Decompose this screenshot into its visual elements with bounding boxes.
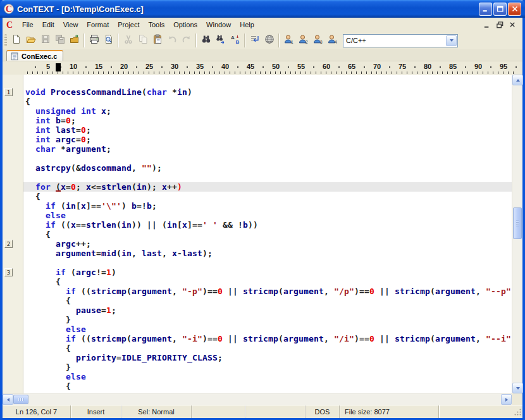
status-cursor-position: Ln 126, Col 7 [3, 405, 71, 418]
world-button[interactable] [262, 34, 276, 48]
cut-button [121, 34, 135, 48]
status-panel-extra-2 [245, 405, 306, 418]
editor-area: 123 void ProcessCommandLine(char *in){ u… [3, 75, 522, 393]
cut-icon [123, 34, 133, 47]
undo-icon [167, 34, 177, 47]
ruler-number: 80 [424, 63, 431, 70]
ruler-tick [88, 71, 89, 74]
user-2-button[interactable]: 2 [296, 34, 311, 48]
paste-button[interactable] [150, 34, 164, 48]
highlighter-select[interactable]: C/C++ [343, 34, 458, 47]
close-button[interactable] [508, 3, 521, 16]
user-4-button[interactable]: 4 [325, 34, 340, 48]
scroll-left-icon[interactable] [3, 394, 13, 405]
horizontal-scrollbar[interactable] [3, 393, 512, 405]
ruler-dot [111, 66, 112, 68]
user-4-icon: 4 [328, 34, 338, 47]
code-line: void ProcessCommandLine(char *in) [25, 87, 512, 97]
mdi-minimize-icon[interactable] [482, 20, 492, 29]
ruler-number: 70 [373, 63, 381, 70]
column-ruler[interactable]: 5101520253035404550556065707580859095 [3, 61, 522, 75]
chevron-down-icon[interactable] [446, 35, 457, 46]
ruler-number: 5 [46, 63, 50, 70]
code-line: if ((stricmp(argument, "-i")==0 || stric… [25, 334, 512, 343]
ruler-tick [336, 71, 337, 74]
bookmark-2[interactable]: 2 [4, 240, 13, 248]
paste-icon [152, 34, 163, 47]
jump-to-button[interactable] [247, 34, 262, 48]
tab-conexec[interactable]: ConExec.c [6, 50, 63, 61]
ruler-tick [98, 71, 99, 74]
ruler-number: 85 [449, 63, 457, 70]
menu-item-help[interactable]: Help [235, 19, 259, 30]
toolbar-separator [83, 34, 85, 47]
menu-item-edit[interactable]: Edit [38, 19, 59, 30]
close-file-button[interactable] [67, 34, 82, 48]
new-file-button[interactable] [9, 34, 23, 48]
code-line: { [25, 277, 512, 287]
menu-item-options[interactable]: Options [169, 19, 202, 30]
ruler-tick [32, 71, 33, 74]
context-window: C ConTEXT - [D:\Temp\ConExec.c] C FileEd… [0, 0, 525, 420]
menu-item-file[interactable]: File [18, 19, 38, 30]
find-next-icon [216, 34, 226, 47]
horizontal-scroll-thumb[interactable] [13, 395, 28, 404]
ruler-tick [52, 71, 53, 74]
undo-button [164, 34, 179, 48]
menu-item-format[interactable]: Format [82, 19, 113, 30]
ruler-tick [275, 71, 276, 74]
ruler-number: 60 [323, 63, 330, 70]
scroll-up-icon[interactable] [512, 75, 523, 85]
ruler-tick [194, 71, 195, 74]
window-title: ConTEXT - [D:\Temp\ConExec.c] [17, 4, 476, 14]
mdi-close-icon[interactable] [507, 20, 517, 29]
open-file-button[interactable] [23, 34, 38, 48]
code-line: priority=IDLE_PRIORITY_CLASS; [25, 353, 512, 362]
user-1-button[interactable]: 1 [281, 34, 296, 48]
ruler-tick [255, 71, 256, 74]
menu-item-project[interactable]: Project [113, 19, 144, 30]
ruler-tick [316, 71, 316, 74]
ruler-tick [351, 71, 352, 74]
minimize-button[interactable] [479, 3, 492, 16]
jump-to-icon [250, 34, 260, 47]
menu-item-tools[interactable]: Tools [144, 19, 169, 30]
code-pane[interactable]: void ProcessCommandLine(char *in){ unsig… [23, 75, 512, 393]
replace-button[interactable]: AB [228, 34, 242, 48]
vertical-scrollbar[interactable] [512, 75, 522, 393]
user-3-button[interactable]: 3 [311, 34, 325, 48]
ruler-tick [356, 71, 357, 74]
ruler-number: 20 [120, 63, 128, 70]
scroll-down-icon[interactable] [512, 383, 523, 393]
resize-grip-icon[interactable] [514, 408, 522, 417]
ruler-tick [128, 71, 129, 74]
code-line: astrcpy(&doscommand, ""); [25, 163, 512, 173]
scroll-right-icon[interactable] [501, 394, 512, 405]
print-button[interactable] [87, 34, 101, 48]
ruler-tick [417, 71, 417, 74]
ruler-tick [472, 71, 473, 74]
ruler-tick [68, 71, 68, 74]
find-next-button[interactable] [213, 34, 228, 48]
file-icon [10, 52, 19, 61]
menu-item-window[interactable]: Window [202, 19, 235, 30]
ruler-tick [240, 71, 240, 74]
editor-gutter[interactable]: 123 [3, 75, 23, 393]
bookmark-1[interactable]: 1 [4, 88, 13, 96]
code-line: argc++; [25, 239, 512, 249]
toolbar-grip[interactable] [4, 34, 7, 47]
bookmark-3[interactable]: 3 [4, 268, 13, 276]
ruler-cursor-marker [56, 63, 61, 71]
ruler-tick [503, 71, 503, 74]
svg-text:C: C [6, 4, 12, 14]
find-button[interactable] [199, 34, 213, 48]
ruler-tick [270, 71, 271, 74]
vertical-scroll-thumb[interactable] [513, 207, 522, 239]
svg-text:2: 2 [306, 40, 308, 44]
ruler-tick [306, 71, 306, 74]
maximize-button[interactable] [493, 3, 507, 16]
mdi-restore-icon[interactable] [495, 20, 505, 29]
menu-item-view[interactable]: View [59, 19, 83, 30]
print-preview-button[interactable] [101, 34, 116, 48]
ruler-tick [285, 71, 286, 74]
